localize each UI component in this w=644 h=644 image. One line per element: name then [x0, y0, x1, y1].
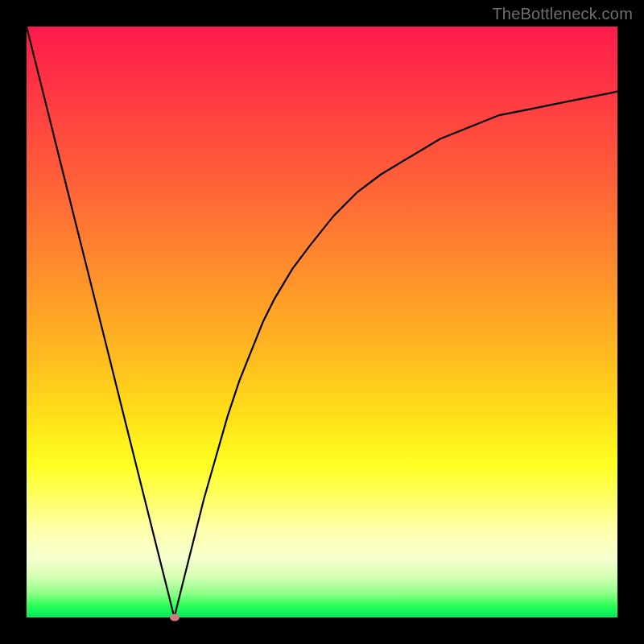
plot-area: [27, 27, 617, 617]
watermark-text: TheBottleneck.com: [492, 5, 633, 23]
curve-path: [27, 27, 617, 617]
bottleneck-curve: [27, 27, 617, 617]
chart-frame: TheBottleneck.com: [0, 0, 644, 644]
optimum-marker: [170, 614, 180, 621]
